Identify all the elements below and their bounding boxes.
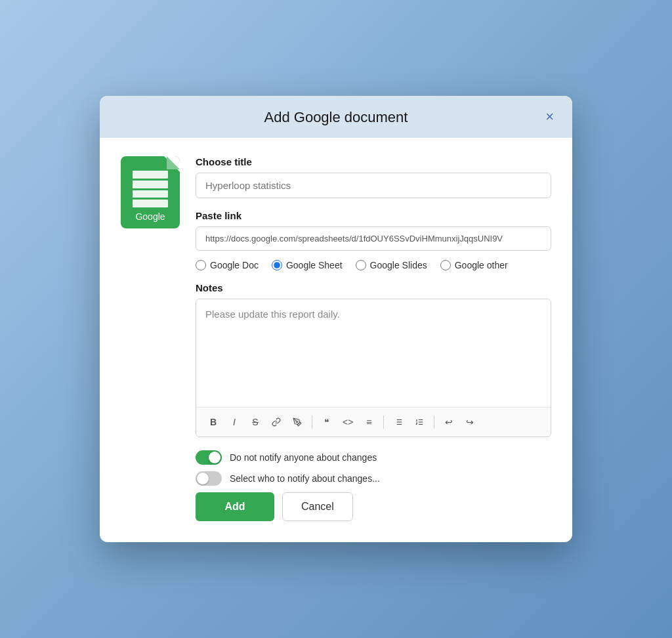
radio-google-doc[interactable]: Google Doc	[196, 260, 259, 270]
radio-sheet-input[interactable]	[272, 260, 282, 270]
action-buttons: Add Cancel	[196, 492, 551, 521]
toggle-select-label: Select who to notify about changes...	[230, 473, 380, 484]
radio-slides-label: Google Slides	[370, 260, 427, 270]
modal-header: Add Google document ×	[100, 96, 572, 138]
close-button[interactable]: ×	[540, 107, 559, 127]
icon-cell	[133, 200, 168, 207]
toolbar-align-button[interactable]: ≡	[360, 413, 378, 431]
modal-title: Add Google document	[264, 109, 408, 126]
toolbar-bold-button[interactable]: B	[204, 413, 222, 431]
toolbar-ordered-list-button[interactable]	[410, 413, 429, 431]
google-icon-label: Google	[135, 211, 165, 222]
toolbar-separator-3	[434, 415, 434, 429]
link-label: Paste link	[196, 210, 551, 221]
radio-google-sheet[interactable]: Google Sheet	[272, 260, 343, 270]
add-button[interactable]: Add	[196, 492, 274, 521]
icon-cell	[133, 190, 168, 198]
cancel-button[interactable]: Cancel	[282, 492, 353, 521]
notes-toolbar: B I S ❝ <> ≡	[196, 407, 551, 436]
toolbar-bullet-list-button[interactable]	[389, 413, 408, 431]
title-input[interactable]	[196, 173, 551, 198]
modal-overlay: Add Google document × Google Choose titl…	[0, 96, 672, 542]
radio-google-slides[interactable]: Google Slides	[356, 260, 427, 270]
toolbar-link-button[interactable]	[267, 413, 285, 431]
notes-label: Notes	[196, 282, 551, 293]
modal-dialog: Add Google document × Google Choose titl…	[100, 96, 572, 542]
toolbar-quote-button[interactable]: ❝	[318, 413, 336, 431]
toolbar-code-button[interactable]: <>	[339, 413, 357, 431]
radio-doc-input[interactable]	[196, 260, 206, 270]
toggle-notify-label: Do not notify anyone about changes	[230, 452, 377, 463]
form-section: Choose title Paste link Google Doc Googl…	[196, 156, 551, 521]
radio-group: Google Doc Google Sheet Google Slides Go…	[196, 260, 551, 270]
toggle-slider-1	[196, 450, 222, 465]
toolbar-redo-button[interactable]: ↪	[461, 413, 479, 431]
icon-grid	[133, 171, 168, 207]
link-input[interactable]	[196, 226, 551, 251]
radio-google-other[interactable]: Google other	[440, 260, 508, 270]
icon-cell	[133, 171, 168, 179]
svg-point-0	[296, 421, 297, 422]
toolbar-undo-button[interactable]: ↩	[440, 413, 458, 431]
toggle-select-row: Select who to notify about changes...	[196, 471, 551, 486]
toolbar-separator-2	[383, 415, 384, 429]
toolbar-italic-button[interactable]: I	[225, 413, 243, 431]
notes-editor: Please update this report daily. B I S ❝	[196, 299, 551, 437]
toolbar-strikethrough-button[interactable]: S	[246, 413, 264, 431]
toggle-notify-anyone[interactable]	[196, 450, 222, 465]
google-sheets-icon: Google	[121, 156, 180, 228]
radio-slides-input[interactable]	[356, 260, 366, 270]
title-label: Choose title	[196, 156, 551, 167]
radio-other-label: Google other	[455, 260, 508, 270]
radio-doc-label: Google Doc	[210, 260, 259, 270]
toggle-slider-2	[196, 471, 222, 486]
toggle-select-notify[interactable]	[196, 471, 222, 486]
toolbar-separator	[312, 415, 312, 429]
modal-body: Google Choose title Paste link Google Do…	[100, 138, 572, 542]
toolbar-brush-button[interactable]	[288, 413, 306, 431]
radio-other-input[interactable]	[440, 260, 451, 270]
icon-cell	[133, 181, 168, 188]
notes-textarea[interactable]: Please update this report daily.	[196, 299, 551, 404]
radio-sheet-label: Google Sheet	[286, 260, 343, 270]
toggle-notify-row: Do not notify anyone about changes	[196, 450, 551, 465]
